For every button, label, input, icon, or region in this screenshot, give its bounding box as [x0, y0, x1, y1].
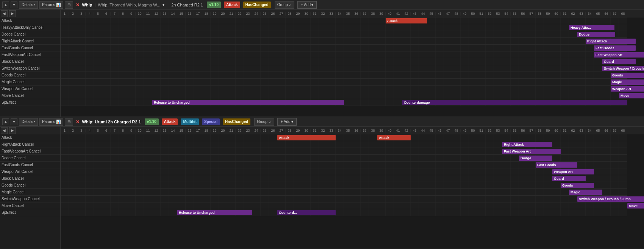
row-label-block-2: Block Cancel — [0, 175, 60, 182]
row-label-magic-2: Magic Cancel — [0, 189, 60, 196]
frame-numbers-2: 1 2 3 4 5 6 7 8 9 10 11 12 13 14 15 16 1 — [61, 127, 644, 134]
row-label-fastweaponart-1: FastWeaponArt Cancel — [0, 51, 60, 58]
add-btn-1[interactable]: + Add ▾ — [297, 1, 317, 9]
close-btn-2[interactable]: ✕ — [75, 119, 81, 124]
bar-guard-1[interactable]: Guard — [602, 59, 636, 64]
bar-right-attack-2[interactable]: Right Attack — [502, 142, 552, 147]
grid-content-1: Attack Heavy Atta... Dodge Right Attack — [61, 17, 627, 106]
grid-content-2: Attack Attack Right Attack Fast Weapon A… — [61, 134, 627, 216]
bar-release-uncharged-2[interactable]: Release to Uncharged — [177, 210, 252, 215]
bar-goods-1[interactable]: Goods — [611, 73, 644, 78]
bar-counterdamage-1[interactable]: Counterdamage — [402, 100, 627, 105]
row-label-goods-1: Goods Cancel — [0, 72, 60, 79]
row-label-weaponart-2: WeaponArt Cancel — [0, 168, 60, 175]
bar-goods-2[interactable]: Goods — [561, 183, 594, 188]
collapse-down-btn-2[interactable]: ▼ — [11, 118, 17, 125]
charge-label-1: 2h Charged R2 1 — [171, 3, 203, 7]
bar-fast-goods-2[interactable]: Fast Goods — [536, 162, 577, 168]
version-badge-2: v1.10 — [145, 118, 159, 125]
close-btn-1[interactable]: ✕ — [75, 2, 81, 8]
attack-badge-1[interactable]: Attack — [224, 2, 240, 8]
bar-fast-weapon-art-2[interactable]: Fast Weapon Art — [502, 149, 561, 154]
bar-release-uncharged-1[interactable]: Release to Uncharged — [152, 100, 344, 105]
bar-attack-2b[interactable]: Attack — [377, 135, 411, 140]
panel-1: ▲ ▼ Details ▪ Params 📊 ⊞ ✕ Whip | Whip, … — [0, 0, 644, 117]
bar-guard-2[interactable]: Guard — [552, 176, 586, 181]
grid-btn-1[interactable]: ⊞ — [65, 1, 73, 9]
params-label-2: Params — [42, 120, 55, 124]
next-btn-1[interactable]: ▶ — [9, 10, 16, 17]
row-label-rightattack-2: RightAttack Cancel — [0, 141, 60, 148]
details-icon-2: ▪ — [34, 120, 36, 124]
add-dropdown-icon-1: ▾ — [311, 3, 313, 7]
weapon-type-1: Whip — [82, 3, 92, 7]
bar-dodge-2[interactable]: Dodge — [519, 156, 552, 161]
group-btn-2[interactable]: Group ⁙ — [254, 118, 274, 126]
bar-attack-1[interactable]: Attack — [386, 18, 427, 23]
row-label-switchweapon-2: SwitchWeapon Cancel — [0, 196, 60, 202]
bar-attack-2a[interactable]: Attack — [277, 135, 336, 140]
grid-btn-2[interactable]: ⊞ — [65, 118, 73, 126]
chart-icon-2: 📊 — [56, 120, 61, 124]
haschanged-badge-2[interactable]: HasChanged — [223, 118, 250, 125]
row-label-speffect-1: SpEffect — [0, 99, 60, 106]
row-label-attack-1: Attack — [0, 17, 60, 24]
weapon-title-2: Whip: Urumi 2h Charged R2 1 — [82, 120, 141, 124]
row-label-fastgoods-1: FastGoods Cancel — [0, 45, 60, 51]
params-btn-2[interactable]: Params 📊 — [39, 118, 63, 126]
bar-counterd-2[interactable]: Counterd... — [277, 210, 336, 215]
details-label-2: Details — [22, 120, 33, 124]
toolbar-1: ▲ ▼ Details ▪ Params 📊 ⊞ ✕ Whip | Whip, … — [0, 0, 644, 10]
nav-row-2: ◀ ▶ — [0, 127, 60, 134]
row-label-heavyattack-1: HeavyAttackOnly Cancel — [0, 24, 60, 31]
bar-fast-goods-1[interactable]: Fast Goods — [594, 45, 636, 51]
haschanged-badge-1[interactable]: HasChanged — [243, 2, 271, 8]
row-labels-2: ◀ ▶ Attack RightAttack Cancel FastWeapon… — [0, 127, 61, 249]
bar-switch-weapon-2[interactable]: Switch Weapon / Crouch / Jump — [577, 196, 644, 202]
bar-weapon-art-1[interactable]: Weapon Art — [611, 86, 644, 92]
chart-icon-1: 📊 — [56, 3, 61, 7]
next-btn-2[interactable]: ▶ — [9, 127, 16, 134]
row-labels-1: ◀ ▶ Attack HeavyAttackOnly Cancel Dodge … — [0, 10, 61, 117]
row-label-switchweapon-1: SwitchWeapon Cancel — [0, 65, 60, 72]
group-btn-1[interactable]: Group ⁙ — [275, 1, 295, 9]
bar-fast-weapon-art-1[interactable]: Fast Weapon Art — [594, 52, 644, 58]
bar-switch-weapon-1[interactable]: Switch Weapon / Crouch / Jump — [602, 66, 644, 71]
attack-badge-2[interactable]: Attack — [162, 118, 178, 125]
bar-magic-1[interactable]: Magic — [611, 79, 644, 85]
details-label-1: Details — [22, 3, 33, 7]
weapon-name-1: Whip, Thorned Whip, Magma W... — [98, 3, 160, 7]
row-label-dodge-1: Dodge Cancel — [0, 31, 60, 38]
bar-dodge-1[interactable]: Dodge — [577, 32, 615, 37]
bar-magic-2[interactable]: Magic — [569, 190, 602, 195]
bar-right-attack-1[interactable]: Right Attack — [586, 39, 636, 44]
prev-btn-1[interactable]: ◀ — [1, 10, 8, 17]
collapse-up-btn-2[interactable]: ▲ — [2, 118, 9, 125]
details-icon-1: ▪ — [34, 3, 36, 7]
subtitle-dropdown-1[interactable]: ▾ — [162, 1, 165, 9]
row-label-magic-1: Magic Cancel — [0, 79, 60, 86]
row-label-speffect-2: SpEffect — [0, 209, 60, 216]
row-label-move-2: Move Cancel — [0, 202, 60, 209]
params-btn-1[interactable]: Params 📊 — [39, 1, 63, 9]
collapse-up-btn-1[interactable]: ▲ — [2, 2, 9, 8]
row-label-rightattack-1: RightAttack Cancel — [0, 38, 60, 45]
collapse-down-btn-1[interactable]: ▼ — [11, 2, 17, 8]
details-btn-2[interactable]: Details ▪ — [19, 118, 38, 126]
timeline-area-2: ◀ ▶ Attack RightAttack Cancel FastWeapon… — [0, 127, 644, 249]
row-label-fastweaponart-2: FastWeaponArt Cancel — [0, 148, 60, 155]
multihit-badge-2[interactable]: Multihit — [181, 118, 199, 125]
bar-move-2[interactable]: Move — [627, 203, 644, 209]
params-label-1: Params — [42, 3, 55, 7]
frame-numbers-1: 1 2 3 4 5 6 7 8 9 10 11 12 13 14 15 16 1 — [61, 10, 644, 17]
timeline-grid-1: 1 2 3 4 5 6 7 8 9 10 11 12 13 14 15 16 1 — [61, 10, 644, 117]
toolbar-2: ▲ ▼ Details ▪ Params 📊 ⊞ ✕ Whip: Urumi 2… — [0, 117, 644, 127]
prev-btn-2[interactable]: ◀ — [1, 127, 8, 134]
add-btn-2[interactable]: + Add ▾ — [277, 118, 297, 126]
bar-heavy-attack-1[interactable]: Heavy Atta... — [569, 25, 614, 30]
special-badge-2[interactable]: Special — [202, 118, 220, 125]
details-btn-1[interactable]: Details ▪ — [19, 1, 38, 9]
row-label-goods-2: Goods Cancel — [0, 182, 60, 189]
bar-move-1[interactable]: Move — [619, 93, 644, 98]
bar-weapon-art-2[interactable]: Weapon Art — [552, 169, 594, 174]
